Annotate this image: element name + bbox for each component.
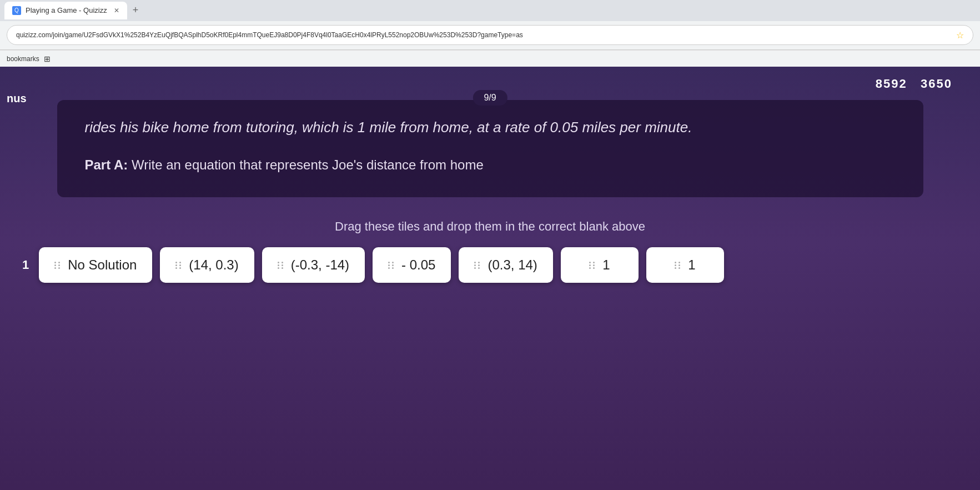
tile-0.3-14-label: (0.3, 14) bbox=[488, 257, 537, 273]
tab-favicon: Q bbox=[12, 6, 21, 15]
tile-neg0.3-neg14[interactable]: (-0.3, -14) bbox=[262, 247, 365, 283]
browser-chrome: Q Playing a Game - Quizizz ✕ + quizizz.c… bbox=[0, 0, 980, 50]
tile-0.3-14[interactable]: (0.3, 14) bbox=[459, 247, 552, 283]
tab-bar: Q Playing a Game - Quizizz ✕ + bbox=[0, 0, 980, 21]
drag-handle-icon bbox=[474, 262, 481, 269]
tab-title: Playing a Game - Quizizz bbox=[26, 6, 107, 14]
tile-14-0.3[interactable]: (14, 0.3) bbox=[160, 247, 254, 283]
tile-1-label: 1 bbox=[602, 257, 610, 273]
drag-handle-icon bbox=[278, 262, 284, 269]
tile-1[interactable]: 1 bbox=[561, 247, 639, 283]
tile-14-0.3-label: (14, 0.3) bbox=[189, 257, 238, 273]
url-text: quizizz.com/join/game/U2FsdGVkX1%252B4Yz… bbox=[16, 31, 952, 39]
part-a-body: Write an equation that represents Joe's … bbox=[132, 157, 484, 172]
address-bar-row: quizizz.com/join/game/U2FsdGVkX1%252B4Yz… bbox=[0, 21, 980, 49]
drag-handle-icon bbox=[54, 262, 61, 269]
part-a-full-text: Part A: Write an equation that represent… bbox=[85, 155, 896, 175]
tile-neg0.3-neg14-label: (-0.3, -14) bbox=[291, 257, 349, 273]
address-bar[interactable]: quizizz.com/join/game/U2FsdGVkX1%252B4Yz… bbox=[7, 25, 973, 45]
drag-handle-icon bbox=[675, 262, 681, 269]
score-2: 3650 bbox=[921, 77, 952, 91]
question-text: rides his bike home from tutoring, which… bbox=[85, 117, 896, 138]
drag-handle-icon bbox=[388, 262, 395, 269]
tile-prefix-number: 1 bbox=[22, 258, 29, 272]
score-display: 8592 3650 bbox=[876, 77, 952, 91]
bookmarks-bar: bookmarks ⊞ bbox=[0, 50, 980, 67]
bookmarks-label: bookmarks bbox=[7, 55, 39, 63]
drag-handle-icon bbox=[175, 262, 182, 269]
tab-close-button[interactable]: ✕ bbox=[114, 7, 119, 14]
drag-instruction: Drag these tiles and drop them in the co… bbox=[335, 219, 645, 234]
tile-no-solution[interactable]: No Solution bbox=[39, 247, 152, 283]
active-tab[interactable]: Q Playing a Game - Quizizz ✕ bbox=[4, 2, 127, 19]
tile-neg0.05[interactable]: - 0.05 bbox=[373, 247, 451, 283]
question-counter-badge: 9/9 bbox=[473, 90, 507, 106]
game-area: nus 8592 3650 9/9 rides his bike home fr… bbox=[0, 67, 980, 490]
new-tab-button[interactable]: + bbox=[129, 4, 142, 16]
drag-handle-icon bbox=[589, 262, 596, 269]
tile-1b-label: 1 bbox=[688, 257, 695, 273]
question-card: 9/9 rides his bike home from tutoring, w… bbox=[57, 100, 923, 197]
tile-no-solution-label: No Solution bbox=[68, 257, 137, 273]
tile-1b[interactable]: 1 bbox=[646, 247, 724, 283]
tiles-row: 1 No Solution (14, 0.3) ( bbox=[0, 247, 980, 283]
tile-neg0.05-label: - 0.05 bbox=[401, 257, 435, 273]
score-1: 8592 bbox=[876, 77, 907, 91]
bookmarks-icon: ⊞ bbox=[44, 54, 51, 63]
part-a-label: Part A: bbox=[85, 157, 128, 172]
bookmark-star-icon[interactable]: ☆ bbox=[956, 30, 964, 41]
sidebar-label: nus bbox=[0, 89, 33, 108]
